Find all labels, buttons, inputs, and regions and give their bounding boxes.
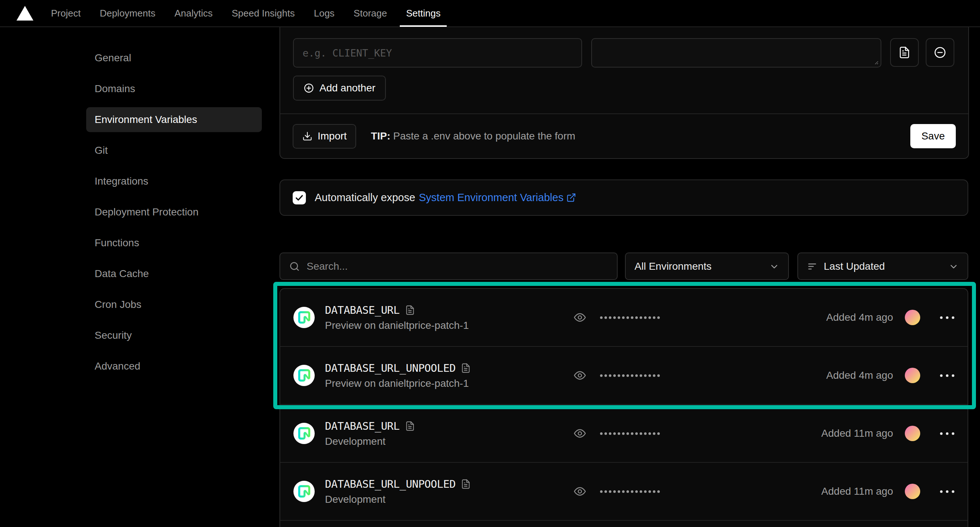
sidebar-item-data-cache[interactable]: Data Cache	[86, 261, 262, 286]
nav-item-settings[interactable]: Settings	[400, 0, 447, 27]
variable-info: DATABASE_URL Development	[325, 420, 415, 447]
sidebar-item-cron-jobs[interactable]: Cron Jobs	[86, 292, 262, 317]
note-icon	[461, 363, 471, 373]
added-timestamp: Added 11m ago	[821, 485, 893, 497]
sort-lines-icon	[807, 261, 818, 272]
sidebar-item-security[interactable]: Security	[86, 323, 262, 348]
import-button[interactable]: Import	[293, 124, 356, 149]
sidebar: GeneralDomainsEnvironment VariablesGitIn…	[0, 27, 280, 527]
sidebar-item-deployment-protection[interactable]: Deployment Protection	[86, 200, 262, 225]
value-group	[574, 485, 660, 498]
note-icon	[461, 479, 471, 489]
import-label: Import	[318, 130, 347, 142]
resize-handle-icon[interactable]	[873, 59, 879, 65]
key-input[interactable]	[294, 39, 581, 67]
avatar	[905, 310, 920, 325]
sort-order-select[interactable]: Last Updated	[797, 252, 968, 280]
remove-row-button[interactable]	[926, 38, 955, 67]
masked-value	[600, 316, 660, 319]
sidebar-item-integrations[interactable]: Integrations	[86, 169, 262, 194]
minus-circle-icon	[934, 46, 947, 59]
sidebar-item-git[interactable]: Git	[86, 138, 262, 163]
system-env-link[interactable]: System Environment Variables	[419, 192, 576, 204]
row-meta: Added 4m ago	[826, 368, 955, 383]
top-nav-items: ProjectDeploymentsAnalyticsSpeed Insight…	[45, 0, 447, 27]
nav-item-project[interactable]: Project	[45, 0, 87, 27]
eye-icon[interactable]	[574, 369, 586, 382]
vercel-logo-icon[interactable]	[15, 5, 35, 22]
nav-item-speed-insights[interactable]: Speed Insights	[226, 0, 301, 27]
row-meta: Added 11m ago	[821, 426, 955, 441]
added-timestamp: Added 11m ago	[821, 428, 893, 439]
environment-filter-select[interactable]: All Environments	[625, 252, 789, 280]
expose-label: Automatically expose	[315, 192, 415, 204]
search-input[interactable]	[307, 260, 608, 272]
nav-item-storage[interactable]: Storage	[347, 0, 393, 27]
masked-value	[600, 432, 660, 435]
sidebar-item-functions[interactable]: Functions	[86, 230, 262, 256]
masked-value	[600, 490, 660, 493]
env-var-toolbar: All Environments Last Updated	[280, 252, 968, 280]
eye-icon[interactable]	[574, 485, 586, 498]
add-another-button[interactable]: Add another	[293, 76, 386, 101]
chevron-down-icon	[948, 261, 959, 271]
sidebar-list: GeneralDomainsEnvironment VariablesGitIn…	[86, 46, 262, 385]
variable-environment: Development	[325, 436, 415, 447]
env-var-form-card: Add another Import TIP: Paste a .env abo…	[280, 27, 969, 159]
variable-name: DATABASE_URL	[325, 304, 400, 316]
value-field-wrap	[591, 38, 881, 67]
add-another-label: Add another	[320, 82, 375, 94]
variable-info: DATABASE_URL_UNPOOLED Preview on danielt…	[325, 362, 471, 390]
search-box	[280, 252, 617, 280]
added-timestamp: Added 4m ago	[826, 311, 893, 323]
variable-info: DATABASE_URL_UNPOOLED Development	[325, 478, 471, 505]
row-actions-menu[interactable]	[940, 490, 955, 493]
value-group	[574, 369, 660, 382]
nav-item-logs[interactable]: Logs	[308, 0, 341, 27]
masked-value	[600, 374, 660, 377]
neon-integration-icon	[293, 423, 315, 444]
variable-name: DATABASE_URL	[325, 420, 400, 432]
value-input[interactable]	[592, 39, 881, 67]
table-row: DATABASE_URL_UNPOOLED Development Added …	[280, 463, 967, 521]
eye-icon[interactable]	[574, 427, 586, 440]
top-nav: ProjectDeploymentsAnalyticsSpeed Insight…	[0, 0, 980, 27]
row-meta: Added 4m ago	[826, 310, 955, 325]
table-row: DATABASE_URL Development Added 11m ago	[280, 405, 967, 463]
sidebar-item-domains[interactable]: Domains	[86, 76, 262, 101]
expose-label-line: Automatically expose System Environment …	[315, 192, 576, 204]
neon-integration-icon	[293, 365, 315, 386]
key-field-wrap	[293, 38, 582, 67]
row-actions-menu[interactable]	[940, 374, 955, 377]
table-row: DATABASE_URL Preview on danieltprice-pat…	[280, 289, 967, 347]
variable-info: DATABASE_URL Preview on danieltprice-pat…	[325, 304, 469, 331]
document-icon	[898, 46, 911, 59]
avatar	[905, 426, 920, 441]
row-actions-menu[interactable]	[940, 316, 955, 319]
variable-name: DATABASE_URL_UNPOOLED	[325, 478, 455, 490]
plus-circle-icon	[303, 83, 314, 94]
table-row-partial	[280, 521, 967, 527]
tip-text: TIP: Paste a .env above to populate the …	[371, 130, 575, 142]
env-var-table-card: DATABASE_URL Preview on danieltprice-pat…	[280, 288, 968, 527]
search-icon	[289, 261, 300, 272]
neon-integration-icon	[293, 307, 315, 328]
nav-item-analytics[interactable]: Analytics	[169, 0, 219, 27]
note-icon	[405, 305, 415, 315]
sidebar-item-environment-variables[interactable]: Environment Variables	[86, 107, 262, 132]
save-button[interactable]: Save	[910, 124, 956, 148]
variable-environment: Development	[325, 493, 471, 505]
sidebar-item-general[interactable]: General	[86, 46, 262, 70]
nav-item-deployments[interactable]: Deployments	[94, 0, 162, 27]
chevron-down-icon	[769, 261, 780, 271]
system-env-card: Automatically expose System Environment …	[280, 179, 968, 216]
variable-environment: Preview on danieltprice-patch-1	[325, 378, 471, 390]
expose-checkbox[interactable]	[293, 191, 306, 204]
eye-icon[interactable]	[574, 311, 586, 324]
avatar	[905, 368, 920, 383]
sidebar-item-advanced[interactable]: Advanced	[86, 354, 262, 379]
row-actions-menu[interactable]	[940, 432, 955, 435]
paste-env-button[interactable]	[890, 38, 919, 67]
row-meta: Added 11m ago	[821, 484, 955, 499]
neon-integration-icon	[293, 481, 315, 502]
